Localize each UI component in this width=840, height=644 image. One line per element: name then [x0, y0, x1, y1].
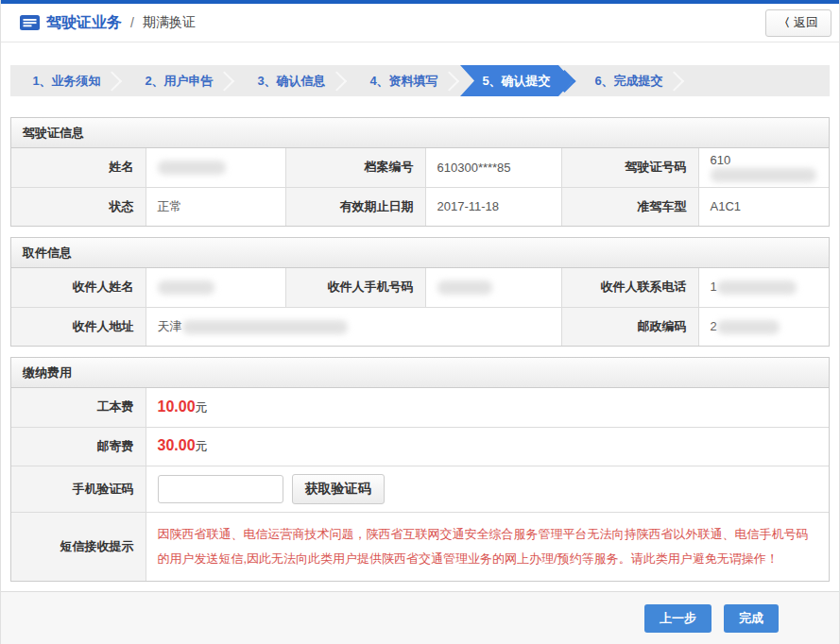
step-5-confirm-submit-active[interactable]: 5、确认提交 [460, 65, 573, 96]
back-button-label: 返回 [794, 14, 818, 31]
license-no-label: 驾驶证号码 [561, 148, 698, 187]
license-no-prefix: 610 [711, 153, 731, 167]
step-1-business-notice[interactable]: 1、业务须知 [10, 65, 123, 96]
recipient-mobile-value [425, 268, 561, 307]
mail-fee-value: 30.00元 [146, 427, 829, 466]
file-no-label: 档案编号 [285, 148, 425, 187]
vehicle-class-value: A1C1 [698, 187, 829, 226]
redacted-recipient-name [158, 280, 214, 295]
address-prefix: 天津 [158, 319, 182, 333]
name-label: 姓名 [11, 148, 146, 187]
address-value: 天津 [146, 307, 561, 346]
recipient-mobile-label: 收件人手机号码 [285, 268, 425, 307]
step-2-user-declaration[interactable]: 2、用户申告 [123, 65, 235, 96]
license-info-section: 驾驶证信息 姓名 档案编号 610300****85 驾驶证号码 610 状态 … [10, 117, 830, 227]
recipient-name-label: 收件人姓名 [11, 268, 146, 307]
redacted-license-no [711, 168, 816, 182]
table-row: 姓名 档案编号 610300****85 驾驶证号码 610 [11, 148, 829, 187]
name-value [146, 148, 285, 187]
page-subtitle: 期满换证 [143, 14, 196, 31]
pickup-info-table: 收件人姓名 收件人手机号码 收件人联系电话 1 收件人地址 天津 邮政编码 2 [11, 268, 829, 346]
redacted-name [158, 161, 226, 175]
table-row: 收件人姓名 收件人手机号码 收件人联系电话 1 [11, 268, 829, 307]
redacted-address [182, 320, 348, 334]
license-info-table: 姓名 档案编号 610300****85 驾驶证号码 610 状态 正常 有效期… [11, 148, 829, 226]
status-label: 状态 [11, 187, 146, 226]
postcode-label: 邮政编码 [561, 307, 698, 346]
wizard: 1、业务须知 2、用户申告 3、确认信息 4、资料填写 5、确认提交 6、完成提… [10, 65, 830, 96]
production-fee-value: 10.00元 [146, 388, 829, 427]
recipient-name-value [146, 268, 285, 307]
page-header: 驾驶证业务 / 期满换证 〈 返回 [1, 4, 839, 42]
list-card-icon [20, 15, 40, 30]
breadcrumb-separator: / [130, 15, 134, 30]
redacted-postcode [717, 320, 780, 334]
mail-fee-label: 邮寄费 [11, 427, 146, 466]
wizard-steps-bar: 1、业务须知 2、用户申告 3、确认信息 4、资料填写 5、确认提交 6、完成提… [10, 65, 830, 96]
table-row: 状态 正常 有效期止日期 2017-11-18 准驾车型 A1C1 [11, 187, 829, 226]
table-row: 邮寄费 30.00元 [11, 427, 829, 466]
production-fee-amount: 10.00 [158, 398, 196, 415]
license-section-title: 驾驶证信息 [11, 118, 829, 148]
postcode-value: 2 [698, 307, 829, 346]
sms-notice-label: 短信接收提示 [11, 512, 146, 581]
fees-section: 缴纳费用 工本费 10.00元 邮寄费 30.00元 手机验证码 获取验证码 [10, 357, 830, 582]
finish-button[interactable]: 完成 [724, 604, 779, 633]
table-row: 手机验证码 获取验证码 [11, 466, 829, 512]
address-label: 收件人地址 [11, 307, 146, 346]
breadcrumb: 驾驶证业务 / 期满换证 [20, 13, 765, 33]
step-6-finish-submit[interactable]: 6、完成提交 [573, 65, 685, 96]
status-value: 正常 [146, 187, 285, 226]
table-row: 工本费 10.00元 [11, 388, 829, 427]
footer-action-bar: 上一步 完成 [1, 591, 839, 644]
get-sms-code-button[interactable]: 获取验证码 [292, 474, 385, 504]
license-no-value: 610 [698, 148, 829, 187]
back-chevron-icon: 〈 [779, 15, 790, 31]
recipient-tel-prefix: 1 [711, 280, 717, 294]
mail-fee-amount: 30.00 [158, 437, 196, 453]
sms-notice-cell: 因陕西省联通、电信运营商技术问题，陕西省互联网交通安全综合服务管理平台无法向持陕… [146, 512, 829, 581]
expiry-label: 有效期止日期 [285, 187, 425, 226]
back-button[interactable]: 〈 返回 [765, 9, 831, 37]
step-4-fill-data[interactable]: 4、资料填写 [348, 65, 460, 96]
table-row: 短信接收提示 因陕西省联通、电信运营商技术问题，陕西省互联网交通安全综合服务管理… [11, 512, 829, 581]
sms-code-cell: 获取验证码 [146, 466, 829, 512]
previous-step-button[interactable]: 上一步 [644, 604, 711, 633]
table-row: 收件人地址 天津 邮政编码 2 [11, 307, 829, 346]
sms-code-label: 手机验证码 [11, 466, 146, 512]
production-fee-unit: 元 [196, 400, 208, 415]
fees-section-title: 缴纳费用 [11, 358, 829, 388]
recipient-tel-value: 1 [698, 268, 829, 307]
file-no-value: 610300****85 [425, 148, 561, 187]
vehicle-class-label: 准驾车型 [561, 187, 698, 226]
postcode-prefix: 2 [711, 319, 717, 333]
mail-fee-unit: 元 [196, 439, 208, 453]
production-fee-label: 工本费 [11, 388, 146, 427]
fees-table: 工本费 10.00元 邮寄费 30.00元 手机验证码 获取验证码 短信接收提示 [11, 388, 829, 581]
sms-code-input[interactable] [158, 475, 283, 503]
redacted-recipient-tel [717, 280, 797, 295]
page: 驾驶证业务 / 期满换证 〈 返回 1、业务须知 2、用户申告 3、确认信息 4… [0, 0, 840, 644]
sms-notice-text: 因陕西省联通、电信运营商技术问题，陕西省互联网交通安全综合服务管理平台无法向持陕… [158, 522, 816, 571]
recipient-tel-label: 收件人联系电话 [561, 268, 698, 307]
redacted-recipient-mobile [437, 280, 492, 295]
expiry-value: 2017-11-18 [425, 187, 561, 226]
page-title: 驾驶证业务 [46, 13, 122, 33]
pickup-info-section: 取件信息 收件人姓名 收件人手机号码 收件人联系电话 1 收件人地址 天津 邮政… [10, 237, 830, 347]
pickup-section-title: 取件信息 [11, 238, 829, 268]
step-3-confirm-info[interactable]: 3、确认信息 [235, 65, 348, 96]
